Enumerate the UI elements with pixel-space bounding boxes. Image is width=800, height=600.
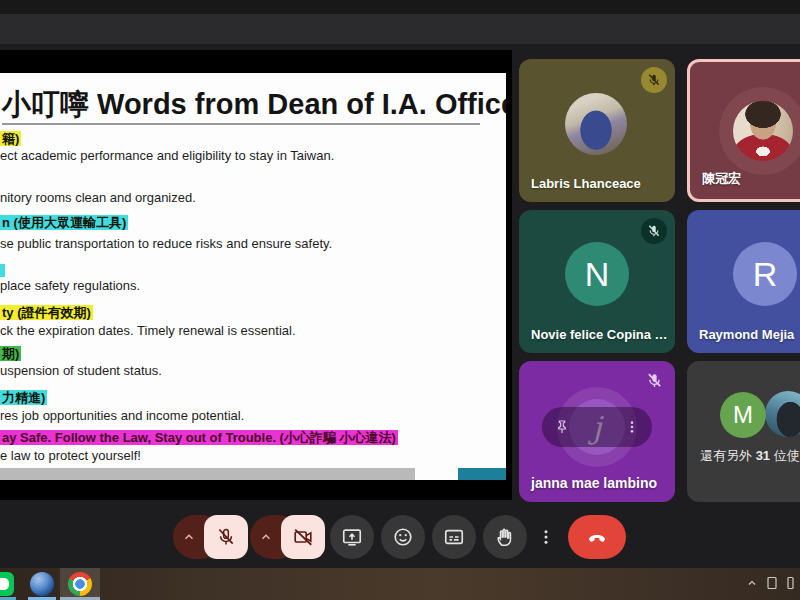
system-tray — [746, 576, 794, 590]
slide-line: 期) — [0, 346, 21, 361]
participant-tile-chen[interactable]: 陳冠宏 — [687, 59, 800, 202]
more-participants-label: 還有另外 31 位使 — [700, 447, 800, 465]
browser-toolbar-band — [0, 14, 800, 44]
mic-muted-badge — [643, 369, 665, 391]
slide-line: 籍) — [0, 131, 21, 146]
more-vertical-icon[interactable] — [624, 419, 640, 435]
raise-hand-button[interactable] — [483, 515, 527, 559]
slide-line: place safety regulations. — [0, 278, 140, 293]
window-top-strip — [0, 0, 800, 14]
slide-line: 力精進) — [0, 390, 47, 405]
mic-off-icon — [647, 224, 661, 238]
participant-name: Labris Lhanceace — [531, 176, 641, 191]
speech-bubble-icon — [0, 578, 9, 590]
slide-line: n (使用大眾運輸工具) — [0, 215, 128, 230]
avatar — [565, 93, 627, 155]
meet-window: 小叮嚀 Words from Dean of I.A. Office 籍) ec… — [0, 0, 800, 600]
camera-off-button[interactable] — [281, 515, 325, 559]
slide-title: 小叮嚀 Words from Dean of I.A. Office — [2, 85, 506, 125]
participant-name: Novie felice Copina … — [531, 327, 668, 342]
present-screen-button[interactable] — [330, 515, 374, 559]
title-underline — [2, 123, 480, 125]
slide-line: uspension of student status. — [0, 363, 162, 378]
slide-line: ck the expiration dates. Timely renewal … — [0, 323, 296, 338]
avatar — [733, 101, 793, 161]
participant-tile-labris[interactable]: Labris Lhanceace — [519, 59, 675, 202]
chevron-up-icon — [259, 530, 273, 544]
participant-name: janna mae lambino — [531, 475, 657, 491]
shared-presentation-tile: 小叮嚀 Words from Dean of I.A. Office 籍) ec… — [0, 50, 512, 500]
slide-progress-bar — [458, 468, 506, 480]
slide-line: se public transportation to reduce risks… — [0, 236, 332, 251]
mic-muted-badge — [641, 67, 667, 93]
slide-canvas: 小叮嚀 Words from Dean of I.A. Office 籍) ec… — [0, 73, 506, 480]
taskbar — [0, 568, 800, 600]
mic-muted-badge — [641, 218, 667, 244]
pin-icon[interactable] — [554, 419, 570, 435]
more-options-button[interactable] — [533, 515, 559, 559]
mic-off-icon — [216, 527, 236, 547]
smiley-icon — [392, 526, 414, 548]
participant-tile-janna[interactable]: j janna mae lambino — [519, 361, 675, 502]
hand-icon — [494, 526, 516, 548]
tile-hover-actions — [542, 407, 652, 447]
slide-line: ect academic performance and eligibility… — [0, 148, 334, 163]
edge-icon[interactable] — [30, 572, 54, 596]
highlight-fragment — [0, 264, 5, 277]
more-vertical-icon — [537, 528, 555, 546]
avatar-initial: M — [720, 392, 766, 438]
mic-off-icon — [646, 372, 663, 389]
chrome-icon[interactable] — [68, 572, 92, 596]
present-screen-icon — [341, 526, 363, 548]
avatar-initial: N — [565, 242, 629, 306]
end-call-button[interactable] — [568, 515, 626, 559]
slide-line: ay Safe. Follow the Law, Stay out of Tro… — [0, 430, 398, 445]
participant-name: 陳冠宏 — [702, 170, 741, 188]
participant-name: Raymond Mejia — [699, 327, 794, 342]
slide-line: res job opportunities and income potenti… — [0, 408, 244, 423]
captions-button[interactable] — [432, 515, 476, 559]
avatar — [765, 391, 800, 437]
camera-off-icon — [292, 526, 314, 548]
participant-tile-novie[interactable]: N Novie felice Copina … — [519, 210, 675, 353]
captions-icon — [443, 526, 465, 548]
slide-line: nitory rooms clean and organized. — [0, 190, 196, 205]
slide-bottom-bar — [0, 468, 415, 480]
slide-line: e law to protect yourself! — [0, 448, 141, 463]
tray-chevron-up-icon[interactable] — [746, 577, 758, 589]
phone-hangup-icon — [585, 525, 609, 549]
tray-device-icon[interactable] — [766, 576, 778, 590]
chevron-up-icon — [182, 530, 196, 544]
mic-off-icon — [647, 73, 661, 87]
reactions-button[interactable] — [381, 515, 425, 559]
avatar-initial: R — [733, 242, 797, 306]
tray-partial-icon[interactable] — [786, 576, 794, 590]
more-participants-tile[interactable]: M 還有另外 31 位使 — [687, 361, 800, 502]
participant-tile-raymond[interactable]: R Raymond Mejia — [687, 210, 800, 353]
mic-mute-button[interactable] — [204, 515, 248, 559]
slide-line: ty (證件有效期) — [0, 305, 93, 320]
line-icon[interactable] — [0, 572, 14, 596]
